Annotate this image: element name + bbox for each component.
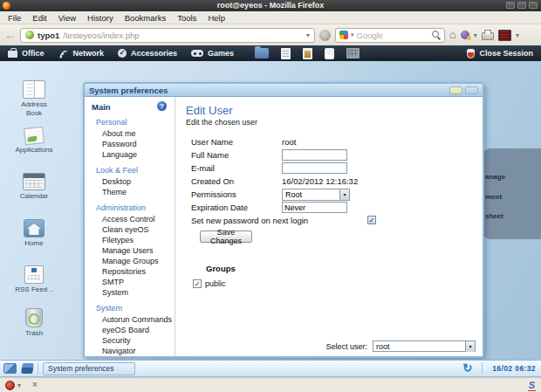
menu-view[interactable]: View	[58, 13, 76, 23]
close-button[interactable]	[529, 2, 538, 9]
row-created-on: Created On 16/02/2012 12:16:32	[186, 175, 483, 188]
system-preferences-window: System preferences Main ? Personal About…	[83, 82, 484, 358]
menu-bookmarks[interactable]: Bookmarks	[125, 13, 167, 23]
expiration-date-field[interactable]	[282, 202, 347, 213]
applications-icon	[24, 127, 45, 145]
show-desktop-icon[interactable]	[3, 363, 17, 374]
search-box[interactable]: ▾ Google	[335, 28, 445, 43]
home-icon[interactable]: ⌂	[449, 29, 456, 41]
url-dropdown-icon[interactable]: ▾	[306, 31, 310, 39]
extension-badge-icon[interactable]	[498, 30, 511, 41]
menu-games[interactable]: Games	[191, 49, 234, 58]
prefs-titlebar[interactable]: System preferences	[85, 84, 483, 97]
sidebar-item-language[interactable]: Language	[88, 149, 175, 160]
document-app-icon[interactable]	[281, 48, 291, 59]
chevron-down-icon[interactable]: ▾	[465, 341, 475, 352]
set-password-checkbox[interactable]: ✓	[367, 216, 376, 224]
adblock-chevron-icon[interactable]: ▾	[17, 382, 21, 389]
sidebar-item-theme[interactable]: Theme	[88, 187, 175, 197]
sidebar-item-smtp[interactable]: SMTP	[88, 277, 175, 287]
sidebar-item-security[interactable]: Security	[88, 335, 175, 346]
close-findbar-icon[interactable]: ×	[32, 381, 38, 389]
sidebar-item-navigator[interactable]: Navigator	[88, 346, 175, 356]
taskbar-item-system-preferences[interactable]: System preferences	[43, 362, 135, 375]
prefs-title: System preferences	[89, 86, 168, 95]
engine-dropdown-icon[interactable]: ▾	[351, 31, 354, 38]
permissions-select[interactable]: Root ▾	[282, 189, 350, 201]
sidebar-item-repositories[interactable]: Repositories	[88, 266, 175, 277]
prefs-minimize-button[interactable]	[449, 86, 462, 94]
sidebar-item-system[interactable]: System	[88, 287, 175, 298]
addons-icon[interactable]	[461, 31, 469, 39]
back-icon[interactable]: ←	[4, 30, 16, 41]
row-permissions: Permissions Root ▾	[186, 188, 483, 201]
sidebar-item-filetypes[interactable]: Filetypes	[88, 235, 175, 245]
sidebar-item-clean-eyeos[interactable]: Clean eyeOS	[88, 224, 175, 235]
menu-file[interactable]: File	[8, 13, 21, 23]
search-icon[interactable]	[432, 31, 441, 39]
sidebar-item-manage-groups[interactable]: Manage Groups	[88, 256, 175, 266]
taskbar-separator	[482, 362, 483, 375]
notes-app-icon[interactable]	[325, 48, 334, 59]
menu-history[interactable]: History	[87, 13, 113, 23]
desktop-icon-applications[interactable]: Applications	[10, 127, 58, 155]
url-bar[interactable]: typo1 /testeyeos/index.php ▾	[20, 28, 315, 43]
statusbar-s-addon-icon[interactable]: S	[528, 380, 536, 391]
menu-help[interactable]: Help	[208, 13, 225, 23]
firefox-logo-icon	[3, 2, 10, 10]
address-book-icon	[23, 80, 45, 99]
sidebar-item-manage-users[interactable]: Manage Users	[88, 245, 175, 256]
sidebar-item-autorun-commands[interactable]: Autorun Commands	[88, 314, 175, 325]
files-app-icon[interactable]	[255, 48, 269, 58]
menu-network[interactable]: Network	[58, 49, 105, 58]
desktop-icon-home[interactable]: Home	[10, 219, 58, 248]
sidebar-item-desktop[interactable]: Desktop	[88, 176, 175, 187]
save-changes-button[interactable]: Save Changes	[200, 230, 252, 243]
side-panel-label-fragment[interactable]: anage	[485, 173, 505, 181]
full-name-field[interactable]	[282, 149, 347, 161]
firefox-navbar: ← typo1 /testeyeos/index.php ▾ ▾ Google …	[0, 24, 541, 45]
reload-icon[interactable]	[319, 30, 331, 41]
desktop-icon-calendar[interactable]: Calendar	[10, 173, 58, 201]
printer-icon[interactable]	[482, 32, 494, 40]
menu-edit[interactable]: Edit	[32, 13, 46, 23]
google-engine-icon[interactable]	[339, 31, 348, 39]
addons-chevron-icon[interactable]: ▾	[474, 31, 477, 39]
public-group-checkbox[interactable]: ✓	[193, 279, 202, 288]
sidebar-item-password[interactable]: Password	[88, 139, 175, 149]
menu-tools[interactable]: Tools	[177, 13, 196, 23]
home-folder-icon	[24, 219, 45, 237]
sidebar-item-about-me[interactable]: About me	[88, 128, 175, 139]
help-icon[interactable]: ?	[157, 101, 167, 111]
desktop-icon-rss-feed[interactable]: RSS Feed ..	[10, 265, 58, 294]
calc-app-icon[interactable]	[346, 48, 360, 58]
prefs-window-buttons	[449, 86, 478, 94]
image-app-icon[interactable]	[303, 48, 312, 59]
briefcase-icon	[8, 51, 17, 58]
side-panel-label-fragment[interactable]: sheet	[485, 212, 503, 220]
minimize-button[interactable]	[506, 2, 515, 9]
prefs-close-button[interactable]	[465, 86, 478, 94]
email-field[interactable]	[282, 162, 347, 174]
taskbar-tray: ↻ 16/02 06:32	[462, 362, 538, 375]
maximize-button[interactable]	[517, 2, 526, 9]
adblock-icon[interactable]	[5, 381, 15, 390]
sidebar-item-access-control[interactable]: Access Control	[88, 214, 175, 224]
sync-icon[interactable]: ↻	[462, 362, 472, 375]
desktop-icon-address-book[interactable]: Address Book	[10, 80, 58, 117]
edit-user-form: User Name root Full Name E-mail Crea	[186, 135, 483, 243]
side-panel-label-fragment[interactable]: ment	[485, 193, 502, 201]
menu-accessories[interactable]: ✓ Accessories	[118, 49, 177, 58]
firefox-menubar: File Edit View History Bookmarks Tools H…	[0, 11, 541, 24]
close-session-button[interactable]: Close Session	[467, 49, 533, 58]
desktop: Address Book Applications Calendar Home …	[0, 61, 541, 360]
extension-chevron-icon[interactable]: ▾	[516, 31, 519, 39]
chevron-down-icon[interactable]: ▾	[339, 189, 349, 200]
user-name-value: root	[282, 137, 296, 147]
row-full-name: Full Name	[186, 148, 483, 162]
applications-launcher-icon[interactable]	[21, 363, 34, 374]
sidebar-item-eyeos-board[interactable]: eyeOS Board	[88, 325, 175, 335]
select-user-dropdown[interactable]: root ▾	[373, 340, 476, 352]
desktop-icon-trash[interactable]: Trash	[10, 308, 58, 338]
menu-office[interactable]: Office	[8, 49, 45, 58]
